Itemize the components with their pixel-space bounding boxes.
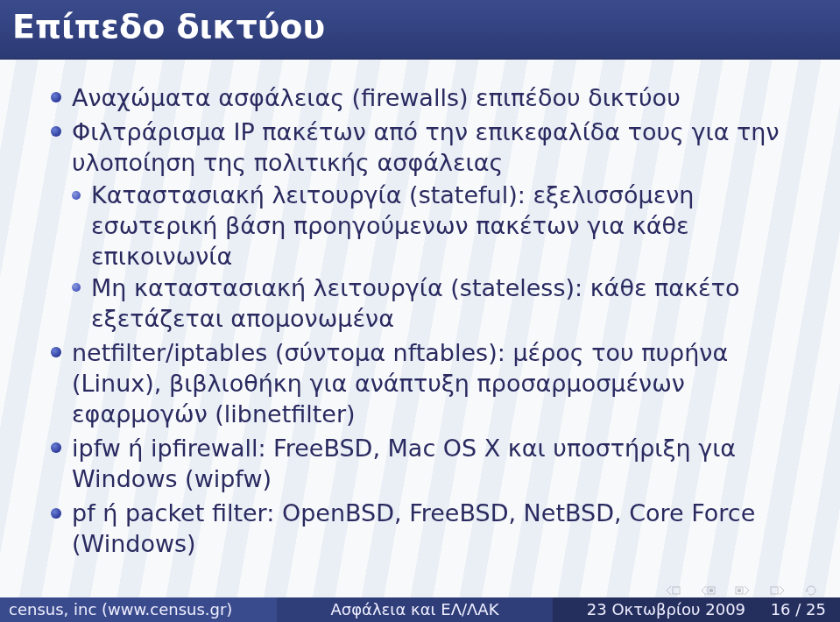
slide: Επίπεδο δικτύου Αναχώματα ασφάλειας (fir… — [0, 0, 840, 622]
bullet-text: netfilter/iptables (σύντομα nftables): μ… — [72, 339, 728, 428]
bullet-item: Αναχώματα ασφάλειας (firewalls) επιπέδου… — [51, 82, 808, 113]
page-total: 25 — [806, 600, 826, 618]
bullet-text: Αναχώματα ασφάλειας (firewalls) επιπέδου… — [72, 84, 681, 111]
nav-next-slide-icon[interactable] — [770, 585, 786, 596]
svg-rect-5 — [771, 587, 778, 594]
footer: census, inc (www.census.gr) Ασφάλεια και… — [0, 597, 840, 622]
beamer-nav — [665, 585, 817, 596]
sub-bullet-item: Καταστασιακή λειτουργία (stateful): εξελ… — [72, 180, 808, 272]
nav-next-section-icon[interactable] — [735, 585, 751, 596]
sub-bullet-text: Μη καταστασιακή λειτουργία (stateless): … — [91, 274, 739, 332]
footer-date: 23 Οκτωβρίου 2009 — [587, 600, 745, 618]
bullet-item: Φιλτράρισμα IP πακέτων από την επικεφαλί… — [51, 117, 808, 334]
footer-author: census, inc (www.census.gr) — [0, 597, 277, 622]
nav-prev-slide-icon[interactable] — [665, 585, 681, 596]
bullet-text: Φιλτράρισμα IP πακέτων από την επικεφαλί… — [72, 118, 780, 176]
sub-bullet-list: Καταστασιακή λειτουργία (stateful): εξελ… — [72, 180, 808, 333]
bullet-item: pf ή packet filter: OpenBSD, FreeBSD, Ne… — [51, 498, 808, 559]
nav-refresh-icon[interactable] — [805, 585, 817, 596]
footer-title: Ασφάλεια και ΕΛ/ΛΑΚ — [277, 597, 554, 622]
slide-body: Αναχώματα ασφάλειας (firewalls) επιπέδου… — [0, 60, 840, 559]
svg-rect-2 — [709, 589, 713, 592]
sub-bullet-item: Μη καταστασιακή λειτουργία (stateless): … — [72, 272, 808, 334]
bullet-item: ipfw ή ipfirewall: FreeBSD, Mac OS X και… — [51, 433, 808, 494]
footer-right: 23 Οκτωβρίου 2009 16 / 25 — [553, 597, 840, 622]
nav-prev-section-icon[interactable] — [700, 585, 716, 596]
slide-title: Επίπεδο δικτύου — [0, 0, 840, 60]
sub-bullet-text: Καταστασιακή λειτουργία (stateful): εξελ… — [91, 181, 694, 270]
bullet-text: pf ή packet filter: OpenBSD, FreeBSD, Ne… — [72, 499, 755, 557]
page-sep: / — [795, 600, 806, 618]
svg-rect-0 — [673, 587, 680, 594]
svg-rect-4 — [738, 589, 741, 592]
bullet-item: netfilter/iptables (σύντομα nftables): μ… — [51, 337, 808, 429]
page-current: 16 — [771, 600, 791, 618]
bullet-text: ipfw ή ipfirewall: FreeBSD, Mac OS X και… — [72, 435, 736, 492]
bullet-list: Αναχώματα ασφάλειας (firewalls) επιπέδου… — [51, 82, 808, 559]
